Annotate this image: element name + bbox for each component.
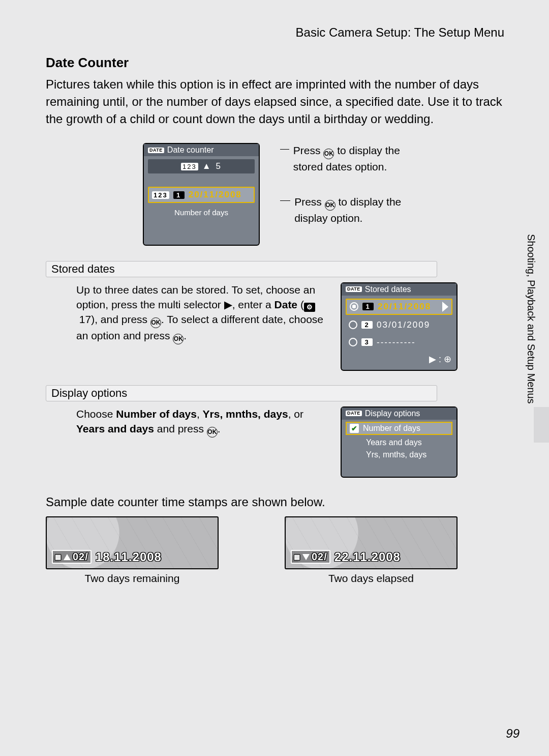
counter-icon: 123 xyxy=(181,163,198,170)
ref-icon: ⚙ xyxy=(304,303,315,312)
lcd-title: Stored dates xyxy=(365,285,411,294)
page-number: 99 xyxy=(506,726,520,741)
lcd-title: Display options xyxy=(365,410,420,418)
triangle-up-icon xyxy=(64,554,71,560)
annotation-top: Press OK to display the stored dates opt… xyxy=(293,143,422,175)
lcd-title: Date counter xyxy=(167,146,214,154)
samples-intro: Sample date counter time stamps are show… xyxy=(46,495,520,509)
ok-icon: OK xyxy=(173,334,184,344)
date-stamp-icon: ▦ xyxy=(294,553,300,561)
section-title: Date Counter xyxy=(46,55,520,71)
display-option-2: Years and days xyxy=(346,437,452,448)
stamp-date: 18.11.2008 xyxy=(96,550,162,564)
chevron-right-icon xyxy=(442,302,448,312)
display-option-3: Yrs, mnths, days xyxy=(346,449,452,460)
calendar-icon: 123 xyxy=(152,191,169,199)
stored-date-1: 20/11/2008 xyxy=(378,302,431,312)
slot-number: 2 xyxy=(361,321,373,329)
date-stamp-icon: ▦ xyxy=(55,553,62,561)
ok-icon: OK xyxy=(207,427,218,438)
check-icon: ✔ xyxy=(350,424,359,433)
ok-icon: OK xyxy=(150,317,161,328)
slot-number-1: 1 xyxy=(173,191,185,199)
stamp-caption-left: Two days remaining xyxy=(46,572,219,585)
counter-value: 5 xyxy=(216,161,222,171)
stamp-value: 02/ xyxy=(312,551,327,563)
side-section-label: Shooting, Playback and Setup Menus xyxy=(525,234,537,404)
lcd-footer-label: Number of days xyxy=(174,208,228,217)
date-icon: DATE xyxy=(346,411,362,416)
lcd-footer-icons: ▶ : ⊕ xyxy=(342,353,456,366)
up-arrow-icon: ▲ xyxy=(202,161,212,171)
stamp-date: 22.11.2008 xyxy=(334,550,401,564)
annotation-bottom: Press OK to display the display option. xyxy=(294,194,422,226)
radio-selected-icon xyxy=(350,302,358,311)
sample-stamp-elapsed: ▦ 02/ 22.11.2008 xyxy=(285,516,458,569)
sample-stamp-remaining: ▦ 02/ 18.11.2008 xyxy=(46,516,219,569)
triangle-down-icon xyxy=(302,554,310,560)
selected-date: 20/11/2008 xyxy=(189,190,242,200)
side-thumb-tab xyxy=(534,407,549,443)
slot-number: 3 xyxy=(361,338,373,346)
display-option-1: Number of days xyxy=(363,424,420,433)
stored-dates-heading: Stored dates xyxy=(46,261,437,277)
radio-icon xyxy=(349,338,357,346)
radio-icon xyxy=(349,321,357,329)
stamp-caption-right: Two days elapsed xyxy=(285,572,458,585)
page-header: Basic Camera Setup: The Setup Menu xyxy=(46,25,504,40)
lcd-date-counter: DATE Date counter 123 ▲ 5 123 1 20/11/20… xyxy=(143,143,260,245)
stored-date-3: ---------- xyxy=(377,337,416,347)
date-icon: DATE xyxy=(148,148,164,153)
lcd-display-options: DATE Display options ✔ Number of days Ye… xyxy=(341,406,458,478)
date-icon: DATE xyxy=(346,286,362,292)
slot-number: 1 xyxy=(362,303,374,310)
stamp-value: 02/ xyxy=(73,551,88,563)
ok-icon: OK xyxy=(323,149,334,159)
ok-icon: OK xyxy=(325,200,336,211)
lcd-stored-dates: DATE Stored dates 1 20/11/2008 2 03/01/2… xyxy=(341,282,458,371)
stored-dates-text: Up to three dates can be stored. To set,… xyxy=(76,282,330,371)
stored-date-2: 03/01/2009 xyxy=(377,320,430,330)
section-intro: Pictures taken while this option is in e… xyxy=(46,76,520,128)
display-options-text: Choose Number of days, Yrs, mnths, days,… xyxy=(76,406,330,478)
display-options-heading: Display options xyxy=(46,385,437,401)
